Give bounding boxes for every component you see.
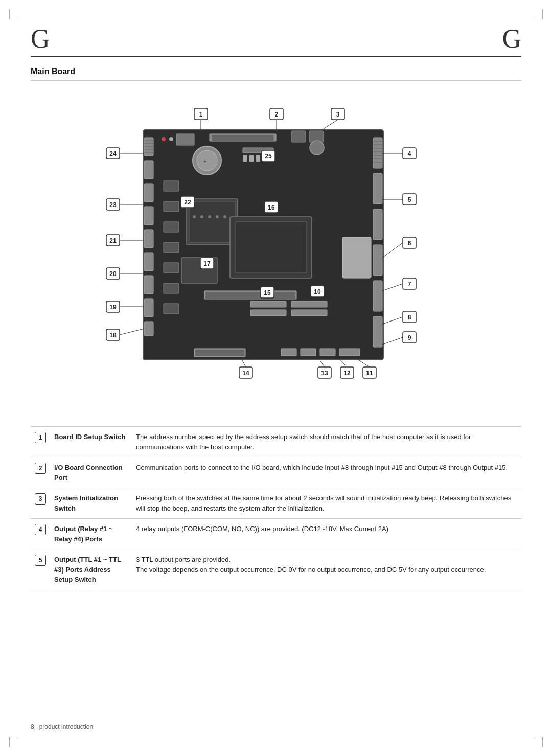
svg-rect-10 xyxy=(243,155,247,162)
svg-rect-51 xyxy=(235,222,307,273)
svg-point-15 xyxy=(310,141,324,155)
num-box-3: 3 xyxy=(35,493,46,505)
svg-rect-23 xyxy=(144,299,153,317)
label-cell-5: Output (TTL #1 ~ TTL #3) Ports Address S… xyxy=(50,549,132,590)
label-text-1: Board ID Setup Switch xyxy=(54,433,125,441)
header-g-right: G xyxy=(502,26,521,52)
svg-text:2: 2 xyxy=(275,111,279,118)
svg-line-128 xyxy=(120,329,144,335)
table-row: 4 Output (Relay #1 ~ Relay #4) Ports 4 r… xyxy=(31,519,521,549)
info-table: 1 Board ID Setup Switch The address numb… xyxy=(31,426,521,590)
svg-rect-18 xyxy=(144,184,153,202)
label-text-5: Output (TTL #1 ~ TTL #3) Ports Address S… xyxy=(54,556,121,583)
svg-rect-24 xyxy=(144,322,153,336)
svg-text:11: 11 xyxy=(366,370,373,377)
svg-rect-70 xyxy=(164,201,179,212)
svg-text:7: 7 xyxy=(408,281,411,288)
svg-rect-59 xyxy=(291,310,327,316)
num-cell-4: 4 xyxy=(31,519,50,549)
svg-rect-69 xyxy=(164,181,179,191)
desc-cell-3: Pressing both of the switches at the sam… xyxy=(132,488,521,519)
svg-rect-57 xyxy=(250,310,286,316)
svg-text:20: 20 xyxy=(109,270,117,278)
svg-text:24: 24 xyxy=(109,150,117,157)
svg-text:1: 1 xyxy=(199,111,203,118)
svg-text:3: 3 xyxy=(336,111,340,118)
svg-rect-35 xyxy=(373,316,382,347)
svg-rect-66 xyxy=(339,349,360,356)
svg-rect-62 xyxy=(195,353,244,356)
svg-rect-75 xyxy=(164,304,179,314)
num-cell-2: 2 xyxy=(31,457,50,488)
svg-rect-76 xyxy=(342,237,371,278)
board-diagram-area: + xyxy=(31,89,521,406)
svg-rect-72 xyxy=(164,242,179,253)
label-text-3: System Initialization Switch xyxy=(54,494,118,512)
svg-text:4: 4 xyxy=(408,150,411,157)
corner-mark-tl xyxy=(9,9,19,19)
num-box-1: 1 xyxy=(35,432,46,443)
svg-text:17: 17 xyxy=(203,260,211,267)
svg-text:9: 9 xyxy=(408,334,411,341)
label-text-2: I/O Board Connection Port xyxy=(54,464,123,482)
table-row: 1 Board ID Setup Switch The address numb… xyxy=(31,427,521,457)
svg-point-45 xyxy=(193,215,196,218)
svg-rect-4 xyxy=(291,131,306,142)
table-row: 3 System Initialization Switch Pressing … xyxy=(31,488,521,519)
board-svg: + xyxy=(92,99,460,401)
desc-cell-2: Communication ports to connect to the I/… xyxy=(132,457,521,488)
svg-text:10: 10 xyxy=(314,288,321,295)
svg-rect-73 xyxy=(164,263,179,273)
svg-rect-32 xyxy=(373,209,382,240)
board-diagram: + xyxy=(92,99,460,396)
label-cell-2: I/O Board Connection Port xyxy=(50,457,132,488)
svg-rect-19 xyxy=(144,207,153,225)
label-cell-1: Board ID Setup Switch xyxy=(50,427,132,457)
svg-rect-11 xyxy=(249,155,254,162)
num-cell-1: 1 xyxy=(31,427,50,457)
label-cell-3: System Initialization Switch xyxy=(50,488,132,519)
num-box-5: 5 xyxy=(35,555,46,566)
svg-text:+: + xyxy=(203,158,206,164)
num-box-4: 4 xyxy=(35,524,46,535)
svg-line-98 xyxy=(382,284,403,291)
corner-mark-br xyxy=(533,737,543,747)
desc-cell-4: 4 relay outputs (FORM-C(COM, NO, NC)) ar… xyxy=(132,519,521,549)
svg-line-101 xyxy=(382,317,403,324)
svg-point-49 xyxy=(223,215,226,218)
svg-text:8: 8 xyxy=(408,314,411,321)
svg-rect-61 xyxy=(195,350,244,353)
svg-rect-71 xyxy=(164,222,179,232)
svg-text:16: 16 xyxy=(268,204,275,211)
svg-text:18: 18 xyxy=(109,332,117,339)
svg-text:19: 19 xyxy=(109,304,117,311)
footer-text: 8_ product introduction xyxy=(31,723,93,730)
svg-rect-55 xyxy=(205,295,295,299)
desc-cell-5: 3 TTL output ports are provided. The vol… xyxy=(132,549,521,590)
svg-text:21: 21 xyxy=(109,237,117,244)
svg-rect-63 xyxy=(281,349,296,356)
label-cell-4: Output (Relay #1 ~ Relay #4) Ports xyxy=(50,519,132,549)
table-row: 2 I/O Board Connection Port Communicatio… xyxy=(31,457,521,488)
page-title: Main Board xyxy=(31,67,521,81)
svg-rect-33 xyxy=(373,245,382,276)
svg-text:23: 23 xyxy=(109,201,117,209)
svg-point-48 xyxy=(216,215,219,218)
svg-line-86 xyxy=(322,120,338,130)
svg-rect-20 xyxy=(144,230,153,248)
desc-cell-1: The address number speci ed by the addre… xyxy=(132,427,521,457)
svg-point-47 xyxy=(208,215,211,218)
svg-text:22: 22 xyxy=(184,199,191,206)
table-row: 5 Output (TTL #1 ~ TTL #3) Ports Address… xyxy=(31,549,521,590)
svg-rect-64 xyxy=(301,349,316,356)
svg-rect-56 xyxy=(250,301,286,307)
label-text-4: Output (Relay #1 ~ Relay #4) Ports xyxy=(54,525,113,543)
svg-point-68 xyxy=(169,137,173,141)
svg-rect-34 xyxy=(373,281,382,311)
num-cell-5: 5 xyxy=(31,549,50,590)
svg-text:13: 13 xyxy=(321,370,328,377)
svg-text:12: 12 xyxy=(343,370,351,377)
svg-rect-77 xyxy=(176,134,194,145)
page-container: G G Main Board + xyxy=(0,0,552,756)
svg-rect-31 xyxy=(373,173,382,204)
